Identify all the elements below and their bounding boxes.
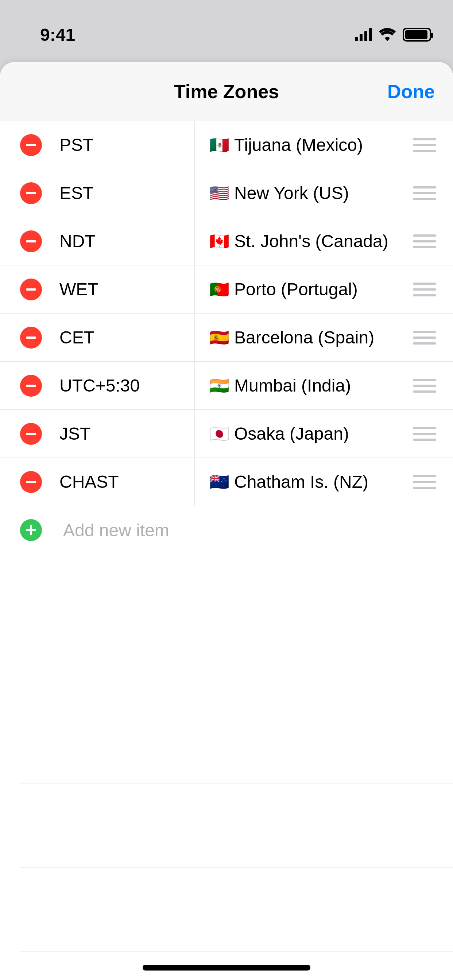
row-left[interactable]: CHAST — [0, 458, 195, 506]
battery-icon — [403, 28, 431, 41]
flag-icon: 🇵🇹 — [208, 280, 231, 299]
row-left[interactable]: JST — [0, 410, 195, 458]
table-row: WET🇵🇹Porto (Portugal) — [0, 266, 453, 313]
add-label: Add new item — [63, 520, 169, 540]
delete-icon[interactable] — [20, 423, 42, 445]
reorder-handle-icon[interactable] — [413, 234, 436, 248]
row-right[interactable]: 🇵🇹Porto (Portugal) — [195, 266, 453, 313]
cellular-icon — [355, 28, 372, 41]
reorder-handle-icon[interactable] — [413, 138, 436, 152]
reorder-handle-icon[interactable] — [413, 331, 436, 345]
row-left[interactable]: CET — [0, 313, 195, 361]
row-left[interactable]: EST — [0, 169, 195, 217]
timezone-code: WET — [59, 279, 99, 299]
wifi-icon — [379, 28, 396, 41]
row-right[interactable]: 🇲🇽Tijuana (Mexico) — [195, 121, 453, 169]
add-row[interactable]: Add new item — [0, 506, 453, 554]
timezone-code: UTC+5:30 — [59, 375, 140, 396]
flag-icon: 🇺🇸 — [208, 184, 231, 203]
delete-icon[interactable] — [20, 278, 42, 301]
empty-row — [20, 616, 453, 700]
table-row: NDT🇨🇦St. John's (Canada) — [0, 217, 453, 266]
sheet-header: Time Zones Done — [0, 62, 453, 121]
city-label: Chatham Is. (NZ) — [234, 472, 368, 492]
home-indicator — [143, 965, 310, 970]
empty-row — [20, 784, 453, 868]
flag-icon: 🇯🇵 — [208, 425, 231, 443]
delete-icon[interactable] — [20, 471, 42, 493]
reorder-handle-icon[interactable] — [413, 186, 436, 200]
done-button[interactable]: Done — [388, 81, 435, 102]
reorder-handle-icon[interactable] — [413, 283, 436, 296]
flag-icon: 🇨🇦 — [208, 232, 231, 251]
timezone-code: NDT — [59, 231, 96, 251]
city-label: Tijuana (Mexico) — [234, 135, 363, 155]
flag-icon: 🇮🇳 — [208, 376, 231, 395]
flag-icon: 🇲🇽 — [208, 135, 231, 154]
row-right[interactable]: 🇯🇵Osaka (Japan) — [195, 410, 453, 458]
row-right[interactable]: 🇳🇿Chatham Is. (NZ) — [195, 458, 453, 506]
city-label: Barcelona (Spain) — [234, 328, 374, 347]
status-time: 9:41 — [22, 25, 75, 45]
row-left[interactable]: NDT — [0, 217, 195, 265]
table-row: PST🇲🇽Tijuana (Mexico) — [0, 121, 453, 169]
row-right[interactable]: 🇪🇸Barcelona (Spain) — [195, 313, 453, 361]
sheet: Time Zones Done PST🇲🇽Tijuana (Mexico)EST… — [0, 62, 453, 980]
page-title: Time Zones — [174, 81, 279, 102]
timezone-code: EST — [59, 183, 93, 203]
city-label: Porto (Portugal) — [234, 279, 358, 299]
row-right[interactable]: 🇺🇸New York (US) — [195, 169, 453, 217]
row-right[interactable]: 🇮🇳Mumbai (India) — [195, 362, 453, 409]
status-icons — [355, 28, 431, 41]
reorder-handle-icon[interactable] — [413, 427, 436, 441]
flag-icon: 🇳🇿 — [208, 473, 231, 492]
delete-icon[interactable] — [20, 327, 42, 348]
reorder-handle-icon[interactable] — [413, 475, 436, 489]
table-row: CET🇪🇸Barcelona (Spain) — [0, 313, 453, 362]
screen: 9:41 Time Zones Done PST🇲🇽Tijuana (Mexic… — [0, 0, 453, 980]
status-bar: 9:41 — [0, 0, 453, 55]
timezone-code: JST — [59, 424, 91, 444]
row-left[interactable]: WET — [0, 266, 195, 313]
table-row: EST🇺🇸New York (US) — [0, 169, 453, 217]
timezone-table: PST🇲🇽Tijuana (Mexico)EST🇺🇸New York (US)N… — [0, 121, 453, 506]
city-label: Mumbai (India) — [234, 375, 351, 396]
row-left[interactable]: PST — [0, 121, 195, 169]
timezone-code: CHAST — [59, 472, 119, 492]
table-row: UTC+5:30🇮🇳Mumbai (India) — [0, 362, 453, 410]
reorder-handle-icon[interactable] — [413, 379, 436, 393]
delete-icon[interactable] — [20, 231, 42, 252]
timezone-code: PST — [59, 135, 93, 155]
city-label: New York (US) — [234, 183, 349, 203]
city-label: Osaka (Japan) — [234, 424, 349, 444]
row-left[interactable]: UTC+5:30 — [0, 362, 195, 409]
delete-icon[interactable] — [20, 375, 42, 397]
empty-row — [20, 868, 453, 951]
city-label: St. John's (Canada) — [234, 231, 388, 251]
row-right[interactable]: 🇨🇦St. John's (Canada) — [195, 217, 453, 265]
empty-row — [20, 700, 453, 784]
table-row: CHAST🇳🇿Chatham Is. (NZ) — [0, 458, 453, 506]
plus-icon[interactable] — [20, 519, 42, 541]
delete-icon[interactable] — [20, 134, 42, 156]
table-row: JST🇯🇵Osaka (Japan) — [0, 410, 453, 458]
timezone-code: CET — [59, 328, 94, 347]
empty-area — [20, 616, 453, 980]
delete-icon[interactable] — [20, 182, 42, 204]
flag-icon: 🇪🇸 — [208, 328, 231, 347]
